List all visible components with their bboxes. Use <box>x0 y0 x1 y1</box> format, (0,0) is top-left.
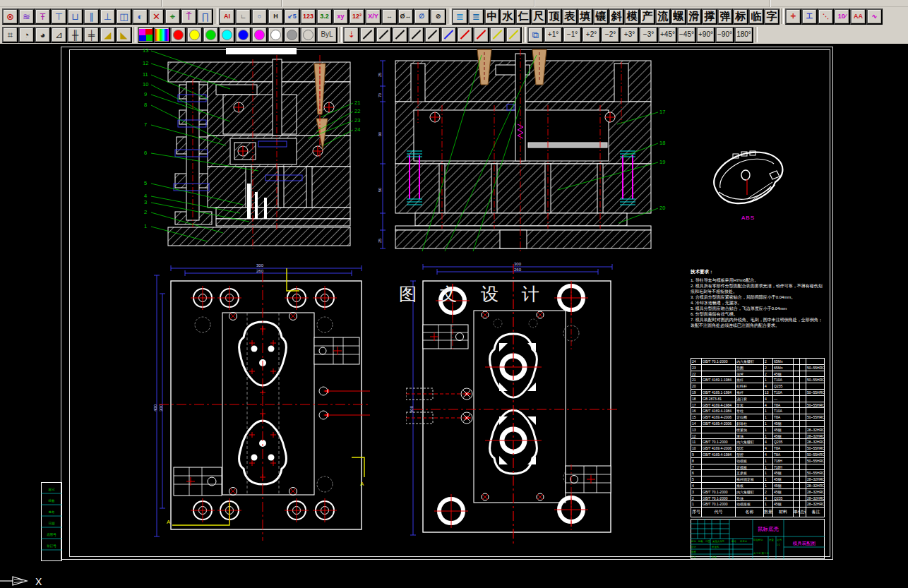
mold-command-button[interactable]: 标 <box>733 8 748 25</box>
symbol-tool-icon[interactable]: ⋱ <box>818 8 834 25</box>
mold-command-button[interactable]: 顶 <box>546 8 562 25</box>
mold-tool-icon[interactable]: ⊥ <box>100 8 116 25</box>
snap-tool-icon[interactable]: ╫ <box>67 27 83 43</box>
mold-command-button[interactable]: 填 <box>578 8 593 25</box>
dimension-tool-icon[interactable]: ∟ <box>235 8 251 25</box>
color-swatch[interactable] <box>186 27 203 43</box>
color-swatch[interactable] <box>219 27 235 43</box>
mold-tool-icon[interactable]: Ť <box>181 8 197 25</box>
bylayer-button[interactable]: ByL <box>316 27 337 43</box>
linestyle-icon[interactable] <box>359 27 376 43</box>
mold-command-button[interactable]: 表 <box>562 8 578 25</box>
snap-tool-icon[interactable]: ⊿ <box>51 27 67 43</box>
color-empty-swatch[interactable] <box>300 27 316 43</box>
mold-command-button[interactable]: 镶 <box>593 8 609 25</box>
mold-tool-icon[interactable]: ◫ <box>116 8 132 25</box>
dimension-tool-icon[interactable]: AI <box>219 8 235 25</box>
snap-tool-icon[interactable]: ◕ <box>35 27 51 43</box>
dashed-arrow-icon[interactable]: ⇣ <box>343 27 359 43</box>
annotation-tool-icon[interactable]: 123 <box>300 8 316 25</box>
mold-command-button[interactable]: 尺 <box>531 8 546 25</box>
symbol-tool-icon[interactable]: ∿ <box>866 8 883 25</box>
annotation-tool-icon[interactable]: ∅ <box>414 8 430 25</box>
rotate-angle-button[interactable]: +45° <box>658 27 677 43</box>
mold-command-button[interactable]: 弹 <box>717 8 733 25</box>
mold-command-button[interactable]: 中 <box>484 8 500 25</box>
annotation-tool-icon[interactable]: xy <box>333 8 349 25</box>
rotate-angle-button[interactable]: +90° <box>696 27 715 43</box>
linestyle-icon[interactable] <box>376 27 392 43</box>
mold-command-button[interactable]: 字 <box>764 8 779 25</box>
mold-command-button[interactable]: 螺 <box>671 8 686 25</box>
annotation-tool-icon[interactable]: ⊘ <box>430 8 446 25</box>
color-swatch[interactable] <box>284 27 300 43</box>
rotate-angle-button[interactable]: −45° <box>677 27 696 43</box>
linestyle-icon[interactable] <box>473 27 489 43</box>
color-swatch[interactable] <box>251 27 268 43</box>
mold-tool-icon[interactable]: ⊗ <box>2 8 18 25</box>
linestyle-icon[interactable] <box>424 27 441 43</box>
rotate-angle-button[interactable]: 180° <box>734 27 753 43</box>
dimension-tool-icon[interactable]: ↙5 <box>284 8 300 25</box>
rotate-angle-button[interactable]: +2° <box>582 27 601 43</box>
rotate-angle-button[interactable]: +1° <box>544 27 563 43</box>
rotate-angle-button[interactable]: −90° <box>715 27 734 43</box>
linestyle-icon[interactable] <box>489 27 506 43</box>
annotation-tool-icon[interactable]: 12³ <box>349 8 365 25</box>
snap-tool-icon[interactable]: ╪ <box>83 27 100 43</box>
annotation-tool-icon[interactable]: 3.2 <box>316 8 333 25</box>
mold-command-button[interactable]: 流 <box>655 8 671 25</box>
linestyle-icon[interactable] <box>408 27 424 43</box>
rotate-angle-button[interactable]: −3° <box>639 27 658 43</box>
color-swatch[interactable] <box>170 27 186 43</box>
linestyle-icon[interactable] <box>457 27 473 43</box>
layers-icon[interactable]: ≣ <box>468 8 484 25</box>
color-gradient-icon[interactable] <box>154 27 170 43</box>
color-swatch[interactable] <box>235 27 251 43</box>
annotation-tool-icon[interactable]: ↔ <box>381 8 398 25</box>
linestyle-icon[interactable] <box>506 27 522 43</box>
rotate-angle-button[interactable]: −1° <box>563 27 582 43</box>
command-label: 仁 <box>518 11 529 22</box>
rotate-angle-button[interactable]: +3° <box>620 27 639 43</box>
mold-command-button[interactable]: 撑 <box>702 8 717 25</box>
mold-command-button[interactable]: 滑 <box>686 8 702 25</box>
symbol-tool-icon[interactable]: 10⁄ <box>834 8 850 25</box>
mold-tool-icon[interactable]: ✕ <box>148 8 165 25</box>
color-grid-icon[interactable] <box>138 27 154 43</box>
mold-command-button[interactable]: 水 <box>500 8 515 25</box>
dimension-tool-icon[interactable]: H <box>268 8 284 25</box>
snap-tool-icon[interactable]: ◢ <box>100 27 116 43</box>
mold-tool-icon[interactable]: ≋ <box>18 8 35 25</box>
mold-command-button[interactable]: 临 <box>748 8 764 25</box>
mold-command-button[interactable]: 产 <box>640 8 655 25</box>
color-swatch[interactable] <box>268 27 284 43</box>
rotate-angle-button[interactable]: −2° <box>601 27 620 43</box>
mold-command-button[interactable]: 模 <box>624 8 640 25</box>
mold-tool-icon[interactable]: Ŧ <box>35 8 51 25</box>
layers-icon[interactable]: ≣ <box>452 8 468 25</box>
mold-command-button[interactable]: 仁 <box>515 8 531 25</box>
annotation-tool-icon[interactable]: Ø↔ <box>398 8 414 25</box>
symbol-tool-icon[interactable]: AA <box>850 8 866 25</box>
mold-tool-icon[interactable]: ⌖ <box>165 8 181 25</box>
dimension-tool-icon[interactable]: ○ <box>251 8 268 25</box>
snap-tool-icon[interactable]: ◣ <box>116 27 132 43</box>
linestyle-icon[interactable] <box>441 27 457 43</box>
mold-tool-icon[interactable]: ∥ <box>83 8 100 25</box>
symbol-tool-icon[interactable]: 工 <box>801 8 818 25</box>
snap-tool-icon[interactable]: ◔ <box>18 27 35 43</box>
annotation-tool-icon[interactable]: X/Y <box>365 8 381 25</box>
color-swatch[interactable] <box>203 27 219 43</box>
mold-tool-icon[interactable]: ⊔ <box>67 8 83 25</box>
mold-tool-icon[interactable]: ∏ <box>197 8 213 25</box>
linestyle-icon[interactable] <box>392 27 408 43</box>
mold-tool-icon[interactable]: ◐ <box>132 8 148 25</box>
symbol-tool-icon[interactable]: ✛ <box>785 8 801 25</box>
mold-command-button[interactable]: 斜 <box>609 8 624 25</box>
mold-tool-icon[interactable]: ⊤ <box>51 8 67 25</box>
drawing-canvas[interactable]: A—A <box>0 44 908 588</box>
bom-no: 24 <box>691 359 702 364</box>
snap-tool-icon[interactable]: ⌗ <box>2 27 18 43</box>
rotate-box-icon[interactable]: ⧉ <box>527 27 544 43</box>
